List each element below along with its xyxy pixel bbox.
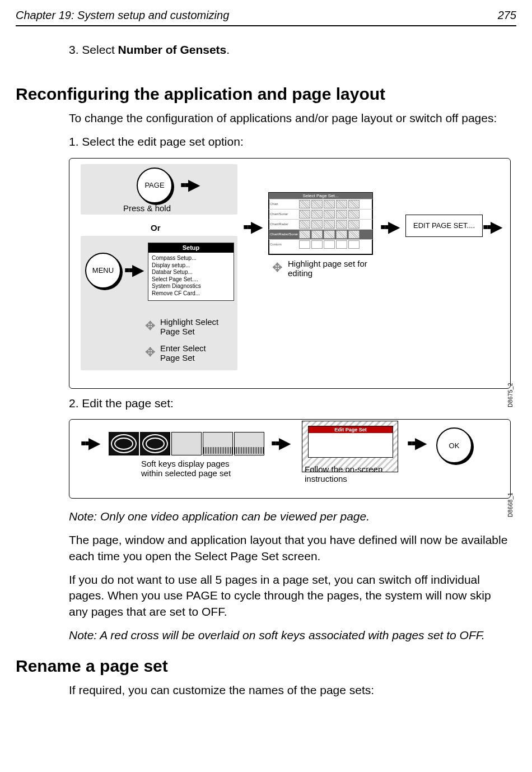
label-highlight-select: Highlight Select Page Set: [160, 317, 218, 337]
arrow-icon: ▪▪▶: [380, 219, 399, 235]
page: Chapter 19: System setup and customizing…: [0, 0, 532, 772]
diagram-edit-page-set: D8668_1 ▪▪▶ Soft keys display pages with…: [69, 419, 511, 499]
arrow-icon: ▪▪▶: [81, 435, 99, 451]
edit-page-set-dialog: Edit Page Set: [308, 426, 393, 458]
section-title-reconfig: Reconfiguring the application and page l…: [16, 85, 511, 104]
softkey-page-icon: [171, 432, 202, 455]
menu-button-icon: MENU: [85, 253, 121, 289]
page-number: 275: [498, 9, 516, 22]
section-title-rename: Rename a page set: [16, 657, 511, 676]
select-page-set-screen: Select Page Set... Chart Chart/Sonar Cha…: [268, 192, 373, 255]
menu-item: Select Page Set....: [152, 276, 230, 283]
softkey-page-icon: [203, 432, 233, 455]
softkey-edit-page-set: EDIT PAGE SET....: [405, 215, 483, 237]
para-defined: The page, window and application layout …: [69, 532, 511, 564]
arrow-icon: ▪▪▶: [243, 219, 262, 235]
diagram-select-page-set: D8675_2 PAGE ▪▪▶ Press & hold Or MENU ▪▪…: [69, 158, 511, 389]
step-2-label: 2. Edit the page set:: [69, 396, 511, 411]
softkey-page-icon: [234, 432, 264, 455]
edit-page-set-title: Edit Page Set: [309, 426, 393, 433]
or-label: Or: [151, 223, 161, 232]
pageset-row-highlighted: Chart/Radar/Sonar: [269, 229, 372, 239]
step-3: 3. Select Number of Gensets.: [69, 43, 511, 57]
follow-caption: Follow the on-screen instructions: [305, 464, 382, 484]
menu-item: Display setup...: [152, 262, 230, 269]
arrow-icon: ▪▪▶: [483, 219, 501, 235]
pageset-row: Custom: [269, 239, 372, 249]
setup-menu-title: Setup: [148, 243, 234, 253]
label-enter-select: Enter Select Page Set: [160, 343, 206, 363]
softkey-strip: [109, 432, 264, 455]
para-off-pages: If you do not want to use all 5 pages in…: [69, 572, 511, 620]
arrow-icon: ▪▪▶: [124, 262, 143, 278]
diagram-id: D8668_1: [507, 492, 514, 517]
label-highlight-edit: Highlight page set for editing: [288, 259, 367, 278]
menu-item: System Diagnostics: [152, 283, 230, 290]
ok-button-icon: OK: [436, 427, 472, 463]
rename-intro: If required, you can customize the names…: [69, 682, 511, 698]
running-header: Chapter 19: System setup and customizing…: [16, 9, 516, 26]
diagram-id: D8675_2: [507, 383, 514, 407]
softkey-page-icon: [140, 432, 170, 455]
softkeys-caption: Soft keys display pages within selected …: [141, 459, 231, 478]
page-button-icon: PAGE: [137, 168, 172, 203]
trackpad-icon: ✥: [145, 320, 155, 332]
note-red-cross: Note: A red cross will be overlaid on so…: [69, 627, 511, 643]
body-column: 3. Select Number of Gensets. Reconfiguri…: [69, 43, 511, 699]
chapter-title: Chapter 19: System setup and customizing: [16, 9, 229, 22]
arrow-icon: ▪▪▶: [407, 435, 426, 451]
select-page-set-header: Select Page Set...: [269, 193, 372, 199]
menu-item: Databar Setup...: [152, 269, 230, 276]
pageset-row: Chart: [269, 199, 372, 209]
menu-item: Compass Setup...: [152, 255, 230, 262]
pageset-row: Chart/Sonar: [269, 209, 372, 219]
softkey-page-icon: [109, 432, 139, 455]
arrow-icon: ▪▪▶: [271, 435, 290, 451]
setup-menu-popup: Setup Compass Setup... Display setup... …: [148, 243, 234, 301]
press-hold-label: Press & hold: [123, 203, 171, 213]
step-1-label: 1. Select the edit page set option:: [69, 134, 511, 150]
menu-item: Remove CF Card...: [152, 290, 230, 297]
trackpad-icon: ✥: [272, 262, 282, 274]
pageset-row: Chart/Radar: [269, 219, 372, 229]
trackpad-icon: ✥: [145, 346, 155, 359]
section-intro: To change the configuration of applicati…: [69, 110, 511, 126]
arrow-icon: ▪▪▶: [180, 177, 199, 193]
note-video: Note: Only one video application can be …: [69, 509, 511, 524]
